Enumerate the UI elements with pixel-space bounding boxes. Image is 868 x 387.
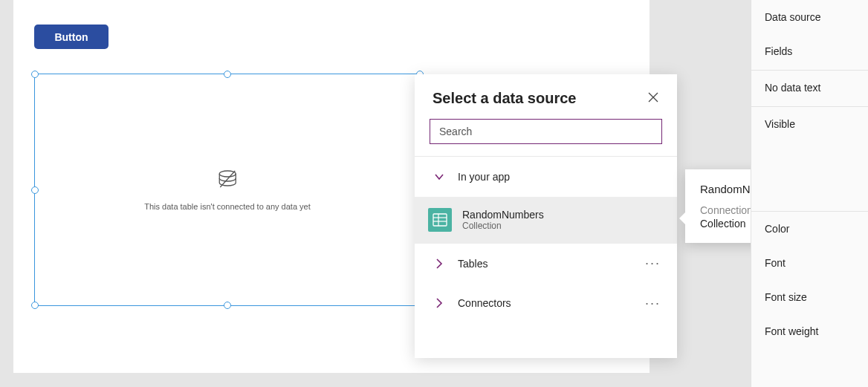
svg-rect-2 (433, 214, 447, 226)
data-source-item-randomnumbers[interactable]: RandomNumbers Collection (415, 197, 677, 243)
property-fields[interactable]: Fields (751, 34, 868, 68)
data-source-subtitle: Collection (462, 221, 544, 231)
properties-panel: Data source Fields No data text Visible … (751, 0, 868, 387)
data-source-popup: Select a data source In your app RandomN… (415, 74, 677, 358)
property-font-size[interactable]: Font size (751, 280, 868, 314)
more-icon[interactable]: ··· (645, 296, 661, 311)
property-visible[interactable]: Visible (751, 107, 868, 141)
category-tables[interactable]: Tables ··· (415, 243, 677, 283)
property-no-data-text[interactable]: No data text (751, 71, 868, 105)
svg-point-0 (219, 171, 236, 177)
property-color[interactable]: Color (751, 212, 868, 246)
empty-state: This data table isn't connected to any d… (144, 169, 310, 211)
property-font[interactable]: Font (751, 246, 868, 280)
chevron-right-icon (431, 258, 447, 270)
property-data-source[interactable]: Data source (751, 0, 868, 34)
chevron-down-icon (431, 171, 447, 183)
close-icon (647, 93, 659, 105)
category-label: Connectors (458, 297, 511, 309)
property-font-weight[interactable]: Font weight (751, 314, 868, 348)
category-connectors[interactable]: Connectors ··· (415, 283, 677, 323)
more-icon[interactable]: ··· (645, 256, 661, 271)
category-label: Tables (458, 258, 488, 270)
resize-handle-ml[interactable] (31, 186, 39, 194)
data-table-control[interactable]: This data table isn't connected to any d… (34, 74, 421, 306)
search-input[interactable] (430, 119, 662, 144)
category-label: In your app (458, 171, 510, 183)
button-control[interactable]: Button (34, 25, 108, 49)
resize-handle-bl[interactable] (31, 302, 39, 309)
resize-handle-tm[interactable] (224, 71, 231, 78)
collection-icon (428, 208, 452, 232)
close-button[interactable] (647, 91, 659, 106)
chevron-right-icon (431, 297, 447, 309)
popup-title: Select a data source (433, 90, 576, 107)
resize-handle-tl[interactable] (31, 71, 39, 78)
empty-message: This data table isn't connected to any d… (144, 202, 310, 211)
category-in-your-app[interactable]: In your app (415, 157, 677, 197)
resize-handle-bm[interactable] (224, 302, 231, 309)
database-icon (216, 169, 239, 193)
data-source-name: RandomNumbers (462, 209, 544, 221)
